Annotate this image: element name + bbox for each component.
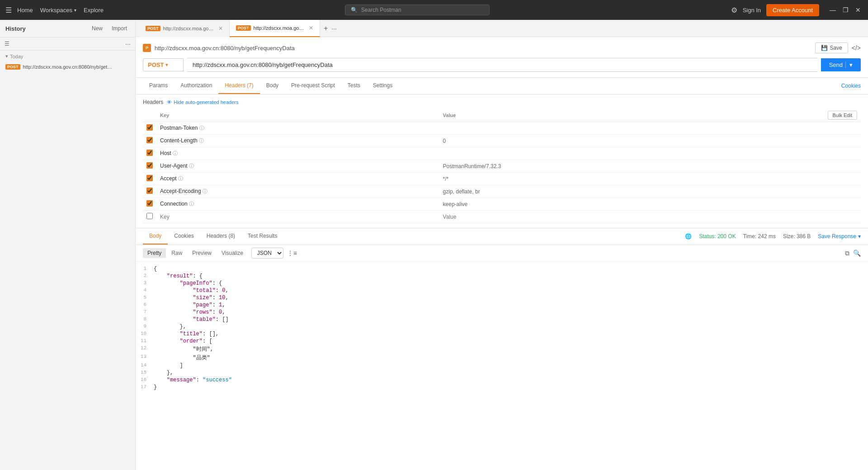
tab-2[interactable]: POST http://zdscxx.moa.gov.c... ✕ xyxy=(230,20,320,37)
line-content: "品类" xyxy=(154,354,868,362)
header-checkbox[interactable] xyxy=(146,200,153,207)
resp-tab-body[interactable]: Body xyxy=(143,228,168,244)
code-line: 6 "page": 1, xyxy=(136,301,868,309)
menu-icon[interactable]: ☰ xyxy=(5,6,12,14)
search-placeholder: Search Postman xyxy=(361,7,401,13)
url-input[interactable] xyxy=(187,58,817,72)
request-tabs: Params Authorization Headers (7) Body Pr… xyxy=(136,78,868,94)
checkbox-cell xyxy=(143,198,156,211)
response-time: Time: 242 ms xyxy=(743,233,776,240)
search-box[interactable]: 🔍 Search Postman xyxy=(345,5,490,15)
line-content: "page": 1, xyxy=(154,302,868,308)
search-response-button[interactable]: 🔍 xyxy=(853,249,861,257)
workspaces-chevron-icon: ▾ xyxy=(74,8,76,13)
sidebar-search-input[interactable] xyxy=(13,41,122,47)
headers-section: Headers 👁 Hide auto-generated headers Ke… xyxy=(136,94,868,228)
header-checkbox[interactable] xyxy=(146,124,153,131)
new-key-input[interactable] xyxy=(160,214,436,220)
bulk-edit-col-header: Bulk Edit xyxy=(722,109,861,122)
tab-close-icon[interactable]: ✕ xyxy=(309,25,313,31)
tab-headers[interactable]: Headers (7) xyxy=(218,78,259,94)
copy-button[interactable]: ⧉ xyxy=(845,249,849,257)
close-button[interactable]: ✕ xyxy=(854,5,863,14)
tab-params[interactable]: Params xyxy=(143,78,174,94)
send-button[interactable]: Send ▾ xyxy=(821,58,861,71)
format-raw[interactable]: Raw xyxy=(167,248,187,258)
tab-tests[interactable]: Tests xyxy=(341,78,367,94)
resp-tab-headers[interactable]: Headers (8) xyxy=(200,228,241,244)
line-content: "title": [], xyxy=(154,331,868,337)
new-tab-button[interactable]: + xyxy=(320,24,331,33)
sidebar-actions: New Import xyxy=(89,24,130,33)
header-checkbox[interactable] xyxy=(146,175,153,181)
method-label: POST xyxy=(148,61,164,68)
header-checkbox[interactable] xyxy=(146,162,153,169)
info-icon: ⓘ xyxy=(178,176,183,181)
format-pretty[interactable]: Pretty xyxy=(143,248,166,258)
line-number: 15 xyxy=(136,370,154,375)
method-dropdown-icon: ▾ xyxy=(165,62,168,67)
filter-icon[interactable]: ⋮≡ xyxy=(287,249,297,257)
line-content: "时间", xyxy=(154,345,868,353)
method-select[interactable]: POST ▾ xyxy=(143,58,184,71)
breadcrumb-icon: P xyxy=(143,44,151,52)
line-number: 10 xyxy=(136,331,154,336)
header-checkbox[interactable] xyxy=(146,188,153,194)
minimize-button[interactable]: — xyxy=(828,5,837,14)
sidebar-group-title[interactable]: ▾ Today xyxy=(5,53,130,59)
info-icon: ⓘ xyxy=(199,138,204,143)
checkbox-cell-empty xyxy=(143,211,156,223)
history-item[interactable]: POST http://zdscxx.moa.gov.cn:8080/nyb/g… xyxy=(0,62,135,72)
save-button[interactable]: 💾 Save xyxy=(815,42,848,53)
key-cell: Connection ⓘ xyxy=(156,198,439,211)
status-ok: Status: 200 OK xyxy=(699,233,736,240)
resp-tab-test-results[interactable]: Test Results xyxy=(241,228,283,244)
new-button[interactable]: New xyxy=(89,24,105,33)
gear-icon[interactable]: ⚙ xyxy=(731,6,737,14)
line-number: 8 xyxy=(136,316,154,322)
code-line: 9 }, xyxy=(136,323,868,330)
more-tabs-button[interactable]: ··· xyxy=(331,25,337,32)
tab-body[interactable]: Body xyxy=(260,78,285,94)
new-value-input[interactable] xyxy=(443,214,719,220)
header-checkbox-empty[interactable] xyxy=(146,213,153,219)
header-checkbox[interactable] xyxy=(146,137,153,143)
json-format-select[interactable]: JSON xyxy=(251,248,283,258)
tab-1[interactable]: POST http://zdscxx.moa.gov... ✕ xyxy=(139,20,230,37)
nav-workspaces[interactable]: Workspaces ▾ xyxy=(40,7,76,14)
line-number: 11 xyxy=(136,338,154,343)
headers-label: Headers xyxy=(143,99,163,105)
globe-icon: 🌐 xyxy=(685,233,692,240)
topbar-nav: Home Workspaces ▾ Explore xyxy=(17,7,104,14)
value-cell: PostmanRuntime/7.32.3 xyxy=(439,160,722,173)
hide-autogen-link[interactable]: 👁 Hide auto-generated headers xyxy=(167,99,238,105)
main-layout: History New Import ☰ ··· ▾ Today POST ht… xyxy=(0,20,868,470)
send-dropdown-icon[interactable]: ▾ xyxy=(845,61,853,68)
tab-authorization[interactable]: Authorization xyxy=(174,78,218,94)
format-preview[interactable]: Preview xyxy=(188,248,216,258)
breadcrumb-actions: 💾 Save </> xyxy=(815,42,861,53)
more-options-icon[interactable]: ··· xyxy=(125,40,131,47)
checkbox-cell xyxy=(143,135,156,147)
restore-button[interactable]: ❐ xyxy=(841,5,850,14)
import-button[interactable]: Import xyxy=(109,24,130,33)
nav-home[interactable]: Home xyxy=(17,7,33,14)
tab-settings[interactable]: Settings xyxy=(367,78,399,94)
create-account-button[interactable]: Create Account xyxy=(766,4,819,16)
line-content: "order": [ xyxy=(154,338,868,344)
bulk-edit-button[interactable]: Bulk Edit xyxy=(828,111,857,120)
header-checkbox[interactable] xyxy=(146,150,153,156)
tab-close-icon[interactable]: ✕ xyxy=(218,25,223,32)
line-number: 9 xyxy=(136,324,154,329)
resp-tab-cookies[interactable]: Cookies xyxy=(168,228,200,244)
info-icon: ⓘ xyxy=(189,201,194,207)
tab-pre-request[interactable]: Pre-request Script xyxy=(285,78,341,94)
action-cell xyxy=(722,185,861,198)
code-button[interactable]: </> xyxy=(852,42,861,53)
cookies-link[interactable]: Cookies xyxy=(841,78,861,94)
signin-button[interactable]: Sign In xyxy=(743,7,761,14)
format-visualize[interactable]: Visualize xyxy=(217,248,248,258)
save-response-button[interactable]: Save Response ▾ xyxy=(818,233,861,240)
nav-explore[interactable]: Explore xyxy=(84,7,104,14)
info-icon: ⓘ xyxy=(203,188,208,194)
